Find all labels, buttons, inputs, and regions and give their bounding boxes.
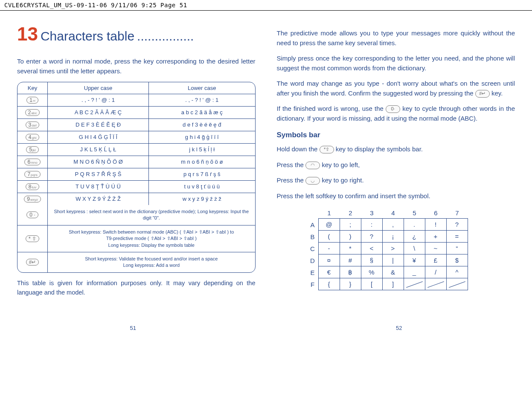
grid-cell: - (318, 242, 340, 254)
grid-col-header: 1 (319, 207, 340, 219)
grid-cell: ^ (446, 266, 468, 278)
th-lower: Lower case (149, 82, 255, 94)
grid-cell: ] (382, 278, 404, 290)
lower-cell: m n o 6 ñ ņ õ ö ø (149, 156, 255, 168)
document-header-line: CVLE6CRYSTAL_UM_US-09-11-06 9/11/06 9:25… (0, 0, 532, 11)
symbols-grid: 1234567A@;:,.!?B()?¡¿+=C-*<>\~“D¤#§|¥£$E… (307, 207, 515, 290)
grid-cell: > (382, 242, 404, 254)
grid-cell: $ (446, 254, 468, 266)
grid-cell: “ (446, 242, 468, 254)
upper-cell: G H I 4 Ğ Ģ Î Ï Ī (48, 131, 149, 143)
grid-cell: \ (404, 242, 425, 254)
th-upper: Upper case (48, 82, 149, 94)
right-softkey-icon: ◡ (305, 177, 320, 185)
grid-cell: ) (340, 230, 361, 243)
grid-cell: ¤ (318, 254, 340, 266)
lower-cell: d e f 3 è é ě ę đ (149, 119, 255, 131)
grid-cell: ¿ (404, 230, 425, 243)
key-badge: 1∞ (26, 97, 38, 104)
key-cell: 5jkl (17, 144, 48, 156)
characters-table: Key Upper case Lower case 1∞. , - ? ! ' … (17, 82, 256, 273)
grid-row-header: E (307, 266, 319, 278)
table-footer-note: This table is given for information purp… (17, 279, 256, 298)
grid-cell (404, 278, 425, 290)
hash-key-icon: #↵ (475, 90, 490, 98)
key-badge: 8tuv (26, 183, 39, 190)
upper-cell: A B C 2 Ã Ä Å Æ Ç (48, 107, 149, 118)
table-note-hash: #↵ Short keypress: Validate the focused … (17, 252, 255, 272)
grid-cell: , (382, 218, 404, 231)
table-row: 6mnoM N O 6 Ñ Ņ Õ Ö Øm n o 6 ñ ņ õ ö ø (17, 156, 255, 168)
th-key: Key (17, 82, 48, 94)
right-p8: Press the left softkey to confirm and in… (277, 191, 515, 201)
grid-cell: € (318, 266, 340, 278)
right-p1: The predictive mode allows you to type y… (277, 29, 515, 48)
upper-cell: D E F 3 È É Ě Ę Đ (48, 119, 149, 131)
grid-cell: ฿ (340, 266, 361, 278)
upper-cell: W X Y Z 9 Ý Ź Ż Ž (48, 193, 149, 205)
grid-cell: + (425, 230, 447, 243)
lower-cell: t u v 8 ţ ť ù ú ü (149, 181, 255, 193)
chapter-dots: ................ (137, 29, 194, 43)
upper-cell: J K L 5 Ķ Ĺ Ļ Ł (48, 144, 149, 156)
grid-cell (425, 278, 447, 290)
grid-row-header: C (307, 243, 319, 254)
grid-cell: } (340, 278, 361, 290)
grid-cell: @ (318, 218, 340, 231)
table-row: 2abcA B C 2 Ã Ä Å Æ Ça b c 2 ã ä å æ ç (17, 107, 255, 119)
key-badge-hash: #↵ (26, 259, 39, 266)
grid-cell: % (361, 266, 383, 278)
left-softkey-icon: ◠ (305, 162, 320, 169)
note-star-text: Short keypress: Switch between normal mo… (48, 225, 255, 252)
key-badge: 6mno (24, 159, 40, 165)
upper-cell: M N O 6 Ñ Ņ Õ Ö Ø (48, 156, 149, 168)
grid-row-header: B (307, 231, 319, 243)
note-hash-text: Short keypress: Validate the focused wor… (48, 252, 255, 272)
key-cell: 3def (17, 119, 48, 131)
grid-cell: { (318, 278, 340, 290)
grid-cell: * (340, 242, 361, 254)
table-row: 1∞. , - ? ! ' @ : 1. , - ? ! ' @ : 1 (17, 94, 255, 107)
grid-cell: ! (425, 218, 447, 231)
content-columns: 13 Characters table ................ To … (0, 11, 532, 312)
left-intro-paragraph: To enter a word in normal mode, press th… (17, 57, 256, 76)
lower-cell: j k l 5 ķ ĺ ļ ł (149, 144, 255, 156)
key-cell: 9wxyz (17, 193, 48, 205)
table-note-star: * ⇧ Short keypress: Switch between norma… (17, 225, 255, 252)
grid-cell: : (361, 218, 383, 231)
key-badge-star: * ⇧ (26, 235, 39, 242)
right-p5: Hold down the *⇧ key to display the symb… (277, 144, 515, 154)
lower-cell: . , - ? ! ' @ : 1 (149, 94, 255, 106)
grid-col-header: 5 (404, 207, 425, 219)
grid-cell: / (425, 266, 447, 278)
grid-corner (307, 207, 319, 219)
key-badge: 7pqrs (24, 171, 40, 178)
page-number-right: 52 (396, 325, 402, 331)
lower-cell: w x y z 9 ý ź ż ž (149, 193, 255, 205)
right-p4: If the finished word is wrong, use the 0… (277, 104, 515, 123)
grid-col-header: 7 (447, 207, 468, 219)
grid-row-header: F (307, 278, 319, 290)
upper-cell: T U V 8 Ţ Ť Ù Ú Ü (48, 181, 149, 193)
grid-cell: < (361, 242, 383, 254)
grid-row-header: D (307, 254, 319, 266)
key-cell: 8tuv (17, 181, 48, 193)
key-badge: 9wxyz (24, 196, 41, 202)
symbols-bar-heading: Symbols bar (277, 131, 515, 139)
lower-cell: a b c 2 ã ä å æ ç (149, 107, 255, 118)
table-row: 5jklJ K L 5 Ķ Ĺ Ļ Łj k l 5 ķ ĺ ļ ł (17, 144, 255, 156)
table-row: 3defD E F 3 È É Ě Ę Đd e f 3 è é ě ę đ (17, 119, 255, 131)
key-cell: 1∞ (17, 94, 48, 106)
note-zero-text: Short keypress : select next word in the… (48, 205, 255, 225)
star-key-icon: *⇧ (320, 146, 334, 153)
grid-cell: [ (361, 278, 383, 290)
chapter-title: 13 Characters table ................ (17, 23, 256, 45)
grid-col-header: 6 (425, 207, 447, 219)
key-badge: 2abc (25, 109, 40, 116)
table-row: 7pqrsP Q R S 7 Ř Ŕ Ş Šp q r s 7 ß ŕ ş š (17, 168, 255, 181)
upper-cell: . , - ? ! ' @ : 1 (48, 94, 149, 106)
key-badge-zero: 0 · (26, 211, 38, 218)
grid-col-header: 3 (361, 207, 383, 219)
grid-col-header: 2 (340, 207, 361, 219)
table-header-row: Key Upper case Lower case (17, 82, 255, 94)
